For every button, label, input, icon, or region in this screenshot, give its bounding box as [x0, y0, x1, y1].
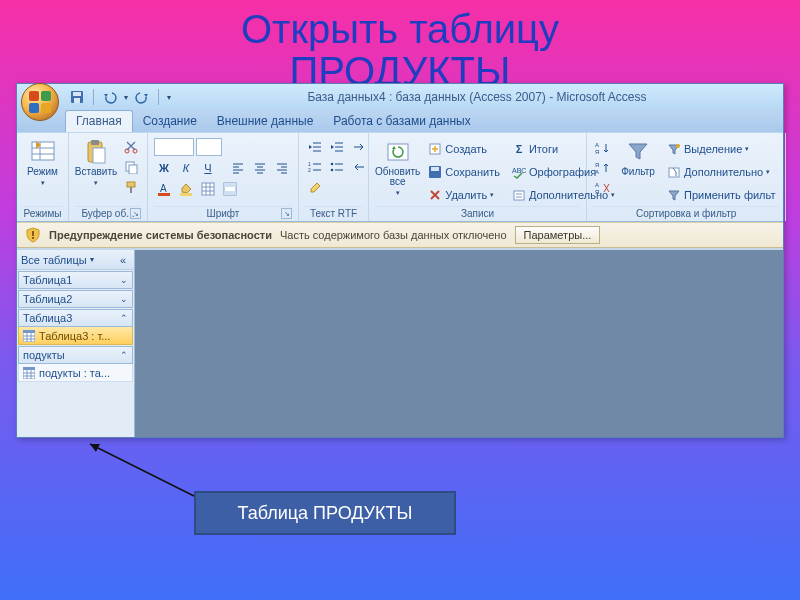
security-title: Предупреждение системы безопасности	[49, 229, 272, 241]
table-icon	[23, 367, 35, 379]
svg-text:ABC: ABC	[512, 167, 526, 174]
decrease-indent-button[interactable]	[305, 138, 325, 156]
chevron-down-icon: ▾	[90, 255, 94, 264]
font-color-button[interactable]: A	[154, 180, 174, 198]
nav-category-products[interactable]: подукты⌃	[18, 346, 133, 364]
new-record-button[interactable]: Создать	[424, 139, 504, 159]
align-left-button[interactable]	[228, 159, 248, 177]
window-title: База данных4 : база данных (Access 2007)…	[171, 90, 783, 104]
svg-rect-42	[32, 237, 34, 239]
sigma-icon: Σ	[512, 142, 526, 156]
spellcheck-icon: ABC	[512, 165, 526, 179]
format-painter-button[interactable]	[121, 178, 141, 196]
align-right-button[interactable]	[272, 159, 292, 177]
paste-icon	[83, 139, 109, 165]
svg-rect-22	[224, 191, 236, 195]
group-label-clipboard: Буфер об...↘	[75, 206, 141, 221]
svg-rect-30	[431, 167, 439, 171]
advanced-filter-button[interactable]: Дополнительно▾	[663, 162, 779, 182]
group-sort-filter: АЯ ЯА АЯ Фильтр Выделение▾ Дополнительно…	[587, 133, 786, 221]
chevron-down-icon: ▾	[41, 179, 45, 187]
undo-icon[interactable]	[102, 89, 118, 105]
gridlines-button[interactable]	[198, 180, 218, 198]
security-options-button[interactable]: Параметры...	[515, 226, 601, 244]
group-label-richtext: Текст RTF	[305, 206, 362, 221]
bold-button[interactable]: Ж	[154, 159, 174, 177]
nav-item-table3[interactable]: Таблица3 : т...	[18, 327, 133, 345]
group-views: Режим ▾ Режимы	[17, 133, 69, 221]
save-record-button[interactable]: Сохранить	[424, 162, 504, 182]
undo-dropdown-icon[interactable]: ▾	[124, 93, 128, 102]
nav-category-table3[interactable]: Таблица3⌃	[18, 309, 133, 327]
tab-external-data[interactable]: Внешние данные	[207, 111, 324, 132]
access-window: ▾ ▾ База данных4 : база данных (Access 2…	[16, 83, 784, 438]
nav-category-table2[interactable]: Таблица2⌄	[18, 290, 133, 308]
paste-button[interactable]: Вставить ▾	[75, 135, 117, 187]
tab-home[interactable]: Главная	[65, 110, 133, 132]
funnel-icon	[625, 139, 651, 165]
filter-button[interactable]: Фильтр	[617, 135, 659, 177]
svg-rect-19	[202, 183, 214, 195]
slide-title: Открыть таблицу ПРОДУКТЫ	[0, 0, 800, 92]
group-label-font: Шрифт↘	[154, 206, 292, 221]
nav-pane-header[interactable]: Все таблицы▾«	[17, 250, 134, 270]
delete-icon	[428, 188, 442, 202]
office-button[interactable]	[21, 83, 59, 121]
alt-row-color-button[interactable]	[220, 180, 240, 198]
ribbon: Режим ▾ Режимы Вставить ▾ Буфер об...	[17, 132, 783, 222]
quick-access-toolbar: ▾ ▾	[69, 89, 171, 105]
chevron-down-icon: ▾	[94, 179, 98, 187]
svg-rect-1	[73, 92, 81, 96]
nav-item-products[interactable]: подукты : та...	[18, 364, 133, 382]
chevron-up-icon: ⌃	[120, 313, 128, 323]
svg-rect-32	[514, 191, 524, 200]
bulleted-list-button[interactable]	[327, 158, 347, 176]
svg-text:А: А	[595, 169, 599, 175]
nav-category-table1[interactable]: Таблица1⌄	[18, 271, 133, 289]
ribbon-tabs: Главная Создание Внешние данные Работа с…	[17, 110, 783, 132]
datasheet-view-icon	[30, 139, 56, 165]
refresh-all-button[interactable]: Обновить все ▾	[375, 135, 420, 197]
clear-sort-button[interactable]: АЯ	[593, 179, 613, 197]
tab-create[interactable]: Создание	[133, 111, 207, 132]
group-richtext: 12 Текст RTF	[299, 133, 369, 221]
underline-button[interactable]: Ч	[198, 159, 218, 177]
selection-icon	[667, 142, 681, 156]
svg-rect-46	[23, 367, 35, 370]
numbered-list-button[interactable]: 12	[305, 158, 325, 176]
refresh-icon	[385, 139, 411, 165]
fill-color-button[interactable]	[176, 180, 196, 198]
ltr-button[interactable]	[349, 138, 369, 156]
dialog-launcher-icon[interactable]: ↘	[281, 208, 292, 219]
tab-database-tools[interactable]: Работа с базами данных	[323, 111, 480, 132]
collapse-pane-icon[interactable]: «	[116, 254, 130, 266]
group-font: Ж К Ч A Шрифт↘	[148, 133, 299, 221]
delete-record-button[interactable]: Удалить▾	[424, 185, 504, 205]
svg-rect-3	[32, 142, 54, 160]
redo-icon[interactable]	[134, 89, 150, 105]
sort-desc-button[interactable]: ЯА	[593, 159, 613, 177]
sort-asc-button[interactable]: АЯ	[593, 139, 613, 157]
toggle-filter-button[interactable]: Применить фильт	[663, 185, 779, 205]
align-center-button[interactable]	[250, 159, 270, 177]
group-clipboard: Вставить ▾ Буфер об...↘	[69, 133, 148, 221]
svg-rect-2	[74, 98, 80, 103]
svg-rect-41	[32, 231, 34, 236]
svg-point-39	[676, 144, 680, 148]
dialog-launcher-icon[interactable]: ↘	[130, 208, 141, 219]
selection-filter-button[interactable]: Выделение▾	[663, 139, 779, 159]
highlight-button[interactable]	[305, 178, 325, 196]
copy-button[interactable]	[121, 158, 141, 176]
chevron-down-icon: ⌄	[120, 294, 128, 304]
rtl-button[interactable]	[349, 158, 369, 176]
save-icon[interactable]	[69, 89, 85, 105]
view-button[interactable]: Режим ▾	[23, 135, 62, 187]
increase-indent-button[interactable]	[327, 138, 347, 156]
font-size-combo[interactable]	[196, 138, 222, 156]
cut-button[interactable]	[121, 138, 141, 156]
font-name-combo[interactable]	[154, 138, 194, 156]
svg-rect-9	[93, 148, 105, 163]
italic-button[interactable]: К	[176, 159, 196, 177]
svg-rect-18	[180, 193, 192, 196]
security-warning-bar: Предупреждение системы безопасности Част…	[17, 222, 783, 248]
